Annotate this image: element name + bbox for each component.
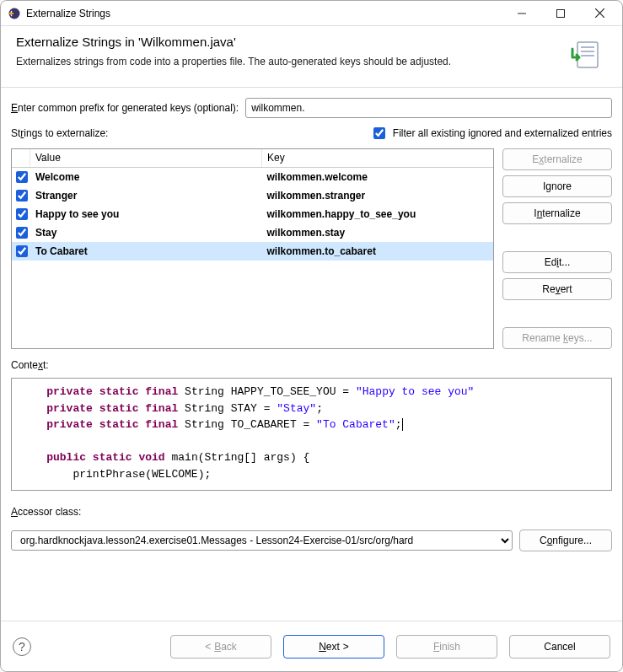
row-value: Happy to see you <box>30 208 262 220</box>
rename-keys-button[interactable]: Rename keys... <box>502 327 612 349</box>
strings-label: Strings to externalize: <box>11 127 108 139</box>
svg-rect-5 <box>577 42 598 67</box>
finish-button[interactable]: Finish <box>396 635 497 659</box>
row-checkbox[interactable] <box>16 208 28 220</box>
next-button[interactable]: Next> <box>283 635 384 659</box>
window-title: Externalize Strings <box>26 8 502 19</box>
app-icon <box>8 7 21 20</box>
minimize-button[interactable] <box>502 2 541 25</box>
accessor-select[interactable]: org.hardknockjava.lesson24.exercise01.Me… <box>11 530 513 551</box>
filter-checkbox[interactable] <box>373 127 385 139</box>
row-value: Welcome <box>30 171 262 183</box>
row-key: wilkommen.stay <box>262 227 494 239</box>
column-key[interactable]: Key <box>262 149 493 167</box>
row-value: Stay <box>30 227 262 239</box>
externalize-button[interactable]: Externalize <box>502 148 612 170</box>
accessor-label: Accessor class: <box>11 506 612 518</box>
filter-checkbox-label[interactable]: Filter all existing ignored and external… <box>370 125 612 142</box>
context-label: Context: <box>11 359 612 371</box>
row-key: wilkommen.to_cabaret <box>262 245 494 257</box>
help-icon[interactable]: ? <box>13 637 31 656</box>
row-checkbox[interactable] <box>16 190 28 202</box>
wizard-subtitle: Externalizes strings from code into a pr… <box>16 56 558 67</box>
maximize-button[interactable] <box>541 2 580 25</box>
filter-label-text: Filter all existing ignored and external… <box>393 127 612 139</box>
row-key: wilkommen.happy_to_see_you <box>262 208 494 220</box>
table-row[interactable]: Happy to see youwilkommen.happy_to_see_y… <box>12 205 493 223</box>
table-row[interactable]: Staywilkommen.stay <box>12 223 493 242</box>
row-value: Stranger <box>30 190 262 202</box>
table-row[interactable]: Welcomewilkommen.welcome <box>12 168 493 186</box>
close-button[interactable] <box>580 2 619 25</box>
configure-button[interactable]: Configure... <box>519 530 612 551</box>
back-button[interactable]: <Back <box>170 635 271 659</box>
table-row[interactable]: Strangerwilkommen.stranger <box>12 186 493 205</box>
table-row[interactable]: To Cabaretwilkommen.to_cabaret <box>12 242 493 261</box>
prefix-label: Enter common prefix for generated keys (… <box>11 102 239 114</box>
edit-button[interactable]: Edit... <box>502 251 612 273</box>
internalize-button[interactable]: Internalize <box>502 202 612 224</box>
context-code[interactable]: private static final String HAPPY_TO_SEE… <box>11 378 612 491</box>
row-checkbox[interactable] <box>16 227 28 239</box>
wizard-header: Externalize Strings in 'Wilkommen.java' … <box>1 26 622 88</box>
row-value: To Cabaret <box>30 245 262 257</box>
row-key: wilkommen.welcome <box>262 171 494 183</box>
wizard-banner-icon <box>565 35 607 77</box>
svg-rect-2 <box>557 9 565 17</box>
cancel-button[interactable]: Cancel <box>509 635 610 659</box>
row-key: wilkommen.stranger <box>262 190 494 202</box>
titlebar: Externalize Strings <box>1 1 622 26</box>
wizard-footer: ? <Back Next> Finish Cancel <box>1 621 622 671</box>
ignore-button[interactable]: Ignore <box>502 175 612 197</box>
row-checkbox[interactable] <box>16 245 28 257</box>
strings-table[interactable]: Value Key Welcomewilkommen.welcomeStrang… <box>11 148 494 349</box>
revert-button[interactable]: Revert <box>502 278 612 300</box>
column-value[interactable]: Value <box>30 149 262 167</box>
prefix-input[interactable] <box>245 98 612 118</box>
row-checkbox[interactable] <box>16 171 28 183</box>
wizard-title: Externalize Strings in 'Wilkommen.java' <box>16 35 558 49</box>
